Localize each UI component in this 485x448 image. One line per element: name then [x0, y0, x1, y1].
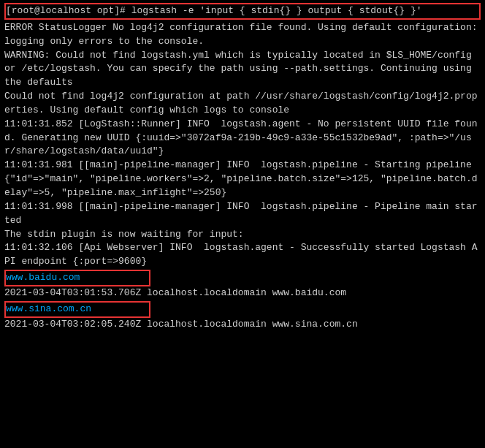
warning-line-1: WARNING: Could not find logstash.yml whi… — [4, 49, 481, 91]
input-url-1: www.baidu.com — [6, 272, 80, 283]
command-block: [root@localhost opt]# logstash -e 'input… — [4, 3, 481, 20]
info-line-3: 11:01:31.981 [[main]-pipeline-manager] I… — [4, 159, 481, 200]
info-line-2: 11:01:31.852 [LogStash::Runner] INFO log… — [4, 118, 481, 159]
info-line-6: 11:01:32.106 [Api Webserver] INFO logsta… — [4, 241, 481, 269]
input-block-2: www.sina.com.cn — [4, 301, 150, 318]
input-url-2: www.sina.com.cn — [6, 303, 91, 314]
info-line-4: 11:01:31.998 [[main]-pipeline-manager] I… — [4, 200, 481, 228]
output-line-1: 2021-03-04T03:01:53.706Z localhost.local… — [4, 286, 481, 300]
error-line-1: ERROR StatusLogger No log4j2 configurati… — [4, 21, 481, 49]
output-line-2: 2021-03-04T03:02:05.240Z localhost.local… — [4, 318, 481, 332]
terminal-window: [root@localhost opt]# logstash -e 'input… — [0, 0, 485, 448]
info-line-5: The stdin plugin is now waiting for inpu… — [4, 228, 481, 242]
input-block-1: www.baidu.com — [4, 270, 150, 286]
info-line-1: Could not find log4j2 configuration at p… — [4, 90, 481, 118]
command-line: [root@localhost opt]# logstash -e 'input… — [6, 5, 422, 16]
